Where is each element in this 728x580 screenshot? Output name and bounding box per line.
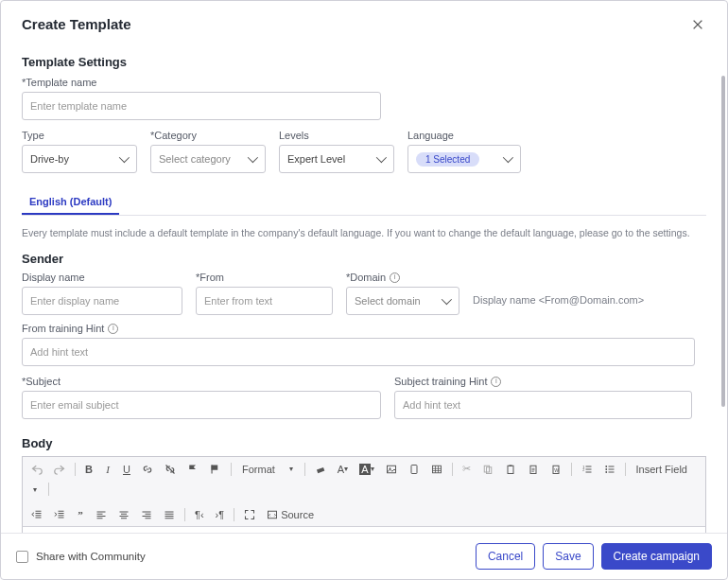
type-value: Drive-by (30, 153, 69, 165)
display-name-label: Display name (22, 272, 182, 283)
editor-toolbar: B I U Format ▾ A▾ A▾ ✂ W 12 (22, 456, 706, 527)
category-label: *Category (150, 130, 266, 141)
numbered-list-button[interactable]: 12 (579, 462, 596, 477)
remove-format-button[interactable] (312, 462, 329, 477)
text-color-button[interactable]: A▾ (335, 462, 351, 477)
create-campaign-button[interactable]: Create campaign (601, 543, 712, 570)
align-left-button[interactable] (93, 507, 110, 522)
separator (184, 508, 185, 521)
domain-select[interactable]: Select domain (346, 287, 459, 315)
template-name-label: *Template name (22, 77, 706, 88)
eraser-icon (315, 464, 326, 475)
align-center-button[interactable] (115, 507, 132, 522)
separator (234, 508, 234, 521)
format-caret[interactable]: ▾ (285, 463, 298, 475)
insert-field-dropdown[interactable]: Insert Field (633, 464, 691, 475)
cut-button[interactable]: ✂ (459, 461, 474, 477)
language-select[interactable]: 1 Selected (407, 145, 521, 173)
from-hint-label: From training Hint (22, 323, 706, 334)
flag-button[interactable] (207, 462, 224, 477)
outdent-button[interactable] (28, 507, 45, 522)
unlink-button[interactable] (162, 462, 179, 477)
embed-button[interactable] (406, 462, 423, 477)
levels-select[interactable]: Expert Level (279, 145, 394, 173)
image-button[interactable] (383, 462, 400, 477)
copy-icon (482, 464, 494, 475)
language-selected-pill: 1 Selected (416, 152, 479, 167)
paste-text-button[interactable] (525, 462, 542, 477)
indent-button[interactable] (51, 507, 68, 522)
settings-row: Type Drive-by *Category Select category … (22, 130, 706, 173)
unlink-icon (165, 464, 176, 475)
bullet-list-button[interactable] (601, 462, 618, 477)
insert-field-caret[interactable]: ▾ (28, 483, 42, 496)
save-button[interactable]: Save (543, 543, 593, 570)
template-name-input[interactable] (22, 92, 381, 120)
info-icon[interactable] (108, 324, 118, 334)
paste-word-button[interactable]: W (547, 462, 564, 477)
table-icon (431, 464, 442, 475)
modal-header: Create Template (1, 1, 727, 38)
footer-actions: Cancel Save Create campaign (476, 543, 712, 570)
redo-button[interactable] (51, 462, 68, 477)
template-name-field-group: *Template name (22, 77, 706, 120)
subject-hint-field-group: Subject training Hint (394, 376, 706, 419)
format-dropdown[interactable]: Format (238, 464, 279, 475)
table-button[interactable] (428, 462, 445, 477)
undo-button[interactable] (28, 462, 45, 477)
subject-hint-input[interactable] (394, 391, 692, 419)
type-select[interactable]: Drive-by (22, 145, 137, 173)
copy-button[interactable] (479, 462, 496, 477)
create-template-modal: Create Template Template Settings *Templ… (0, 0, 728, 580)
bold-button[interactable]: B (82, 462, 95, 477)
share-checkbox[interactable] (16, 551, 28, 563)
from-input[interactable] (196, 287, 333, 315)
subject-input[interactable] (22, 391, 381, 419)
source-button[interactable]: Source (264, 507, 317, 522)
svg-text:W: W (554, 467, 559, 473)
levels-field-group: Levels Expert Level (279, 130, 394, 173)
display-name-field-group: Display name (22, 272, 182, 315)
maximize-button[interactable] (241, 507, 258, 522)
display-name-input[interactable] (22, 287, 182, 315)
share-with-community-row[interactable]: Share with Community (16, 551, 146, 563)
clipboard-word-icon: W (550, 464, 562, 475)
from-hint-input[interactable] (22, 338, 695, 366)
cancel-button[interactable]: Cancel (476, 543, 535, 570)
svg-rect-10 (509, 465, 511, 466)
template-settings-heading: Template Settings (22, 55, 706, 69)
image-icon (386, 464, 397, 475)
flag-icon (187, 464, 199, 475)
separator (571, 463, 572, 476)
default-language-note: Every template must include a default te… (22, 227, 706, 238)
separator (48, 483, 49, 496)
category-select[interactable]: Select category (150, 145, 266, 173)
svg-rect-6 (432, 466, 441, 473)
align-right-button[interactable] (138, 507, 155, 522)
blockquote-button[interactable]: ” (74, 507, 87, 522)
share-label: Share with Community (36, 551, 146, 562)
domain-label-text: *Domain (346, 272, 386, 283)
chevron-down-icon (442, 294, 452, 305)
scrollbar[interactable] (721, 76, 725, 407)
info-icon[interactable] (491, 377, 501, 387)
modal-body: Template Settings *Template name Type Dr… (1, 38, 727, 533)
info-icon[interactable] (390, 272, 400, 283)
underline-button[interactable]: U (120, 462, 133, 477)
tab-english-default[interactable]: English (Default) (22, 190, 119, 215)
anchor-button[interactable] (184, 462, 201, 477)
align-center-icon (118, 509, 130, 520)
ltr-button[interactable]: ¶‹ (192, 507, 207, 522)
italic-button[interactable]: I (101, 462, 114, 477)
align-justify-button[interactable] (161, 507, 178, 522)
language-label: Language (407, 130, 521, 141)
close-button[interactable] (689, 16, 706, 36)
paste-button[interactable] (502, 462, 519, 477)
bg-color-button[interactable]: A▾ (356, 462, 376, 477)
clipboard-text-icon (528, 464, 539, 475)
domain-placeholder: Select domain (355, 295, 421, 307)
editor-content-area[interactable] (22, 527, 706, 533)
link-button[interactable] (139, 462, 156, 477)
svg-point-17 (605, 468, 607, 470)
rtl-button[interactable]: ›¶ (213, 507, 228, 522)
